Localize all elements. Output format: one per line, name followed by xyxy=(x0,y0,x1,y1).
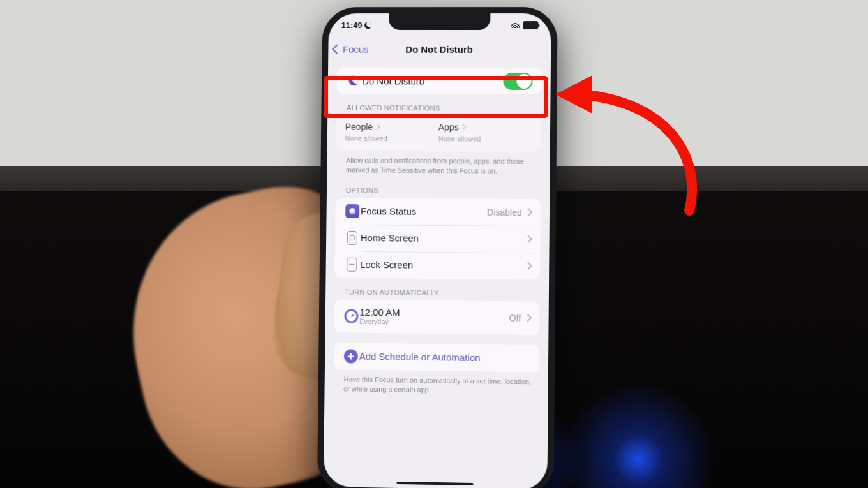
focus-status-row[interactable]: Focus Status Disabled xyxy=(335,198,541,226)
focus-status-label: Focus Status xyxy=(361,199,487,223)
dnd-group: Do Not Disturb xyxy=(336,67,541,94)
allowed-apps-sub: None allowed xyxy=(438,135,532,143)
dnd-toggle[interactable] xyxy=(503,72,532,89)
allowed-apps-title: Apps xyxy=(438,122,459,132)
chevron-right-icon xyxy=(460,124,465,129)
lock-screen-icon xyxy=(347,257,357,271)
statusbar-time: 11:49 xyxy=(341,20,363,30)
focus-status-value: Disabled xyxy=(487,207,522,217)
schedule-value: Off xyxy=(509,313,521,323)
allowed-footer: Allow calls and notifications from peopl… xyxy=(346,156,537,175)
battery-icon xyxy=(523,21,538,29)
scene-background: 11:49 Focus Do Not Disturb xyxy=(0,0,868,488)
nav-bar: Focus Do Not Disturb xyxy=(328,36,551,62)
phone-notch xyxy=(389,13,491,30)
allowed-group: People None allowed Apps None allowed xyxy=(336,115,542,152)
chevron-right-icon xyxy=(375,124,380,129)
allowed-people-title: People xyxy=(345,122,373,132)
clock-icon xyxy=(344,309,358,323)
lock-screen-label: Lock Screen xyxy=(360,253,525,277)
schedule-row[interactable]: 12:00 AM Everyday Off xyxy=(334,299,539,335)
back-label: Focus xyxy=(343,43,369,54)
page-title: Do Not Disturb xyxy=(405,43,473,54)
add-schedule-row[interactable]: Add Schedule or Automation xyxy=(334,343,539,372)
schedule-repeat: Everyday xyxy=(359,318,509,327)
annotation-arrow xyxy=(542,64,708,230)
add-schedule-group: Add Schedule or Automation xyxy=(334,343,539,372)
allowed-people[interactable]: People None allowed xyxy=(345,122,438,142)
auto-header: TURN ON AUTOMATICALLY xyxy=(345,288,537,297)
settings-content[interactable]: Do Not Disturb ALLOWED NOTIFICATIONS Peo… xyxy=(324,67,551,478)
chevron-right-icon xyxy=(525,208,533,216)
chevron-left-icon xyxy=(332,44,341,54)
allowed-header: ALLOWED NOTIFICATIONS xyxy=(347,104,539,112)
allowed-apps[interactable]: Apps None allowed xyxy=(438,122,532,143)
chevron-right-icon xyxy=(523,314,532,322)
auto-footer: Have this Focus turn on automatically at… xyxy=(343,374,535,396)
phone-screen: 11:49 Focus Do Not Disturb xyxy=(324,13,551,488)
focus-moon-icon xyxy=(364,22,371,29)
home-screen-icon xyxy=(347,231,357,245)
allowed-people-sub: None allowed xyxy=(345,135,438,143)
dnd-row[interactable]: Do Not Disturb xyxy=(336,67,541,94)
schedule-time: 12:00 AM xyxy=(359,307,400,318)
wifi-icon xyxy=(511,22,520,28)
lock-screen-row[interactable]: Lock Screen xyxy=(334,251,540,279)
options-group: Focus Status Disabled Home Screen Lock S… xyxy=(334,198,541,280)
svg-marker-0 xyxy=(555,75,592,114)
home-screen-row[interactable]: Home Screen xyxy=(335,224,541,253)
add-schedule-label: Add Schedule or Automation xyxy=(359,344,530,371)
moon-icon xyxy=(348,75,359,85)
focus-status-icon xyxy=(345,204,359,218)
schedule-group: 12:00 AM Everyday Off xyxy=(334,299,539,335)
plus-icon xyxy=(344,349,358,363)
home-screen-label: Home Screen xyxy=(361,226,526,251)
dnd-label: Do Not Disturb xyxy=(362,69,503,92)
back-button[interactable]: Focus xyxy=(333,43,368,54)
options-header: OPTIONS xyxy=(346,186,539,195)
phone-frame: 11:49 Focus Do Not Disturb xyxy=(317,7,558,488)
